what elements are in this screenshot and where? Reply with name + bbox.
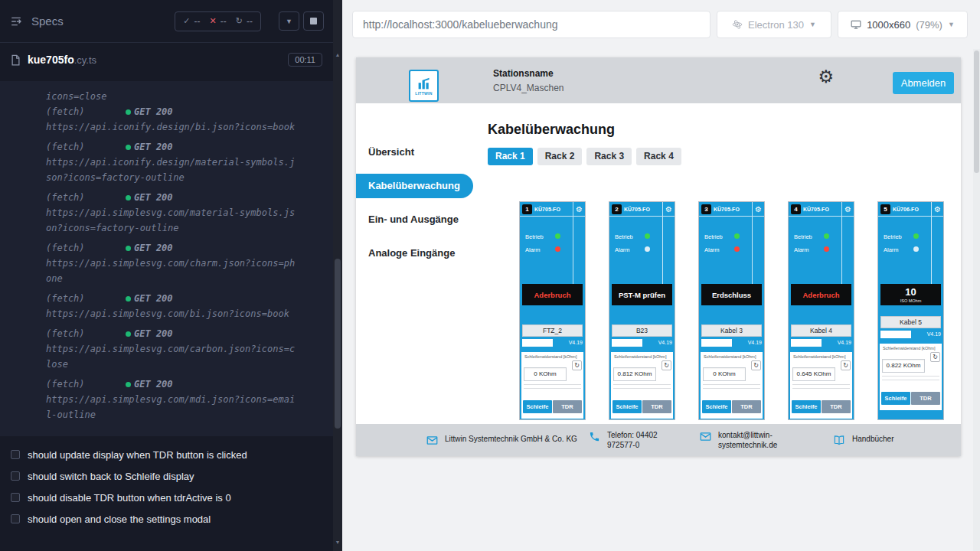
page-title: Kabelüberwachung: [488, 122, 961, 138]
passed-stat: ✓--: [183, 16, 200, 27]
cable-name-input[interactable]: Kabel 3: [701, 324, 762, 337]
refresh-icon: ↻: [236, 16, 243, 26]
alarm-label: Alarm: [884, 246, 899, 253]
betrieb-led: [913, 233, 919, 239]
failed-stat: ✕--: [210, 16, 227, 27]
status-display: Aderbruch: [791, 284, 851, 305]
nav-ein-ausgaenge[interactable]: Ein- und Ausgänge: [356, 207, 473, 232]
footer-manuals[interactable]: Handbücher: [833, 434, 893, 446]
tdr-button[interactable]: TDR: [911, 392, 940, 405]
card-settings-icon[interactable]: ⚙: [841, 202, 854, 217]
card-settings-icon[interactable]: ⚙: [931, 202, 943, 217]
url-input[interactable]: http://localhost:3000/kabelueberwachung: [352, 11, 710, 38]
card-model-label: KÜ705-FO: [624, 207, 650, 212]
status-ok-dot: [126, 195, 131, 201]
tdr-button[interactable]: TDR: [553, 400, 582, 413]
request-url: https://api.simplesvg.com/mdi.json?icons…: [46, 392, 299, 422]
schleife-button[interactable]: Schleife: [612, 400, 642, 413]
card-model-label: KÜ705-FO: [534, 207, 560, 212]
card-settings-icon[interactable]: ⚙: [662, 202, 675, 217]
test-item[interactable]: should update display when TDR button is…: [0, 444, 333, 465]
tab-rack-4[interactable]: Rack 4: [636, 148, 681, 165]
runner-scrollbar[interactable]: ▲ ▼: [333, 0, 342, 551]
status-unit-label: ISO MOhm: [900, 298, 922, 303]
version-label: V4.19: [569, 340, 583, 345]
betrieb-led: [645, 233, 650, 239]
test-item[interactable]: should disable TDR button when tdrActive…: [0, 487, 333, 508]
collapse-tests-button[interactable]: ▼: [279, 11, 299, 31]
fetch-log-entry[interactable]: (fetch)GET 200 https://api.iconify.desig…: [0, 139, 333, 185]
page-scrollbar[interactable]: [973, 49, 980, 551]
cable-name-input[interactable]: B23: [612, 324, 672, 337]
version-label: V4.19: [658, 340, 672, 345]
measure-value: 0 KOhm: [524, 367, 567, 381]
tdr-button[interactable]: TDR: [642, 400, 671, 413]
test-item[interactable]: should open and close the settings modal: [0, 508, 333, 530]
fetch-log-entry[interactable]: (fetch)GET 200 https://api.simplesvg.com…: [0, 326, 333, 372]
cable-name-input[interactable]: FTZ_2: [522, 324, 583, 337]
test-state-icon: [11, 514, 20, 523]
scrollbar-thumb[interactable]: [974, 51, 979, 173]
card-settings-icon[interactable]: ⚙: [573, 202, 585, 217]
spec-file-row[interactable]: kue705fo.cy.ts 00:11: [0, 43, 333, 77]
version-bar: [522, 339, 553, 347]
viewport-select[interactable]: 1000x660 (79%) ▼: [838, 11, 968, 38]
cable-name-input[interactable]: Kabel 4: [791, 324, 851, 337]
schleife-button[interactable]: Schleife: [523, 400, 552, 413]
schleife-button[interactable]: Schleife: [792, 400, 821, 413]
fetch-log-entry[interactable]: (fetch)GET 200 https://api.iconify.desig…: [0, 104, 333, 135]
refresh-icon[interactable]: ↻: [572, 360, 582, 370]
status-display: Erdschluss: [701, 284, 762, 305]
card-settings-icon[interactable]: ⚙: [752, 202, 764, 217]
settings-gear-icon[interactable]: ⚙: [818, 68, 834, 86]
scroll-down-arrow[interactable]: ▼: [333, 536, 342, 548]
refresh-icon[interactable]: ↻: [930, 352, 940, 362]
betrieb-label: Betrieb: [704, 233, 723, 240]
request-url: https://api.simplesvg.com/carbon.json?ic…: [46, 341, 299, 372]
nav-kabelueberwachung[interactable]: Kabelüberwachung: [356, 174, 473, 198]
request-url: https://api.simplesvg.com/charm.json?ico…: [46, 256, 299, 286]
email-icon: [426, 435, 438, 446]
schleife-button[interactable]: Schleife: [702, 400, 731, 413]
refresh-icon[interactable]: ↻: [841, 360, 851, 370]
fetch-log-entry[interactable]: (fetch)GET 200 https://api.simplesvg.com…: [0, 190, 333, 236]
footer-phone: Telefon: 04402 972577-0: [589, 430, 681, 451]
status-ok-dot: [126, 382, 131, 387]
schleife-button[interactable]: Schleife: [881, 392, 910, 405]
chevron-down-icon: ▼: [286, 18, 292, 25]
viewport-icon: [851, 19, 861, 30]
stop-run-button[interactable]: [303, 11, 324, 31]
nav-analoge-eingaenge[interactable]: Analoge Eingänge: [356, 241, 473, 266]
betrieb-label: Betrieb: [615, 233, 633, 240]
cable-name-input[interactable]: Kabel 5: [880, 316, 941, 328]
browser-select[interactable]: Electron 130 ▼: [717, 11, 831, 38]
fetch-log-entry[interactable]: (fetch)GET 200 https://api.simplesvg.com…: [0, 291, 333, 321]
logout-button[interactable]: Abmelden: [893, 72, 954, 94]
tab-rack-3[interactable]: Rack 3: [586, 148, 632, 165]
command-log: icons=close (fetch)GET 200 https://api.i…: [0, 81, 333, 436]
fetch-log-entry[interactable]: (fetch)GET 200 https://api.simplesvg.com…: [0, 240, 333, 286]
nav-uebersicht[interactable]: Übersicht: [356, 140, 473, 165]
measurement-panel: Schleifenwiderstand [kOhm] ↻ 0 KOhm Schl…: [701, 352, 763, 419]
tdr-button[interactable]: TDR: [732, 400, 761, 413]
refresh-icon[interactable]: ↻: [751, 360, 761, 370]
scrollbar-thumb[interactable]: [335, 259, 341, 429]
device-card-4: 4KÜ705-FO ⚙ Betrieb Alarm Aderbruch Kabe…: [788, 201, 854, 420]
tab-rack-1[interactable]: Rack 1: [488, 148, 533, 165]
test-stats: ✓-- ✕-- ↻--: [175, 11, 261, 31]
collapse-sidebar-icon[interactable]: [9, 15, 23, 28]
betrieb-label: Betrieb: [794, 233, 812, 240]
request-url: https://api.iconify.design/material-symb…: [46, 155, 299, 185]
test-item[interactable]: should switch back to Schleife display: [0, 465, 333, 487]
measure-label: Schleifenwiderstand [kOhm]: [701, 352, 763, 359]
tdr-button[interactable]: TDR: [822, 400, 851, 413]
fetch-log-entry[interactable]: (fetch)GET 200 https://api.simplesvg.com…: [0, 377, 333, 422]
refresh-icon[interactable]: ↻: [662, 360, 671, 370]
version-bar: [612, 339, 642, 347]
tab-rack-2[interactable]: Rack 2: [537, 148, 583, 165]
book-icon: [833, 435, 845, 446]
scroll-up-arrow[interactable]: ▲: [333, 49, 342, 60]
measure-value: 0 KOhm: [703, 367, 746, 381]
rack-tabs: Rack 1 Rack 2 Rack 3 Rack 4: [488, 148, 961, 165]
file-icon: [11, 54, 21, 66]
